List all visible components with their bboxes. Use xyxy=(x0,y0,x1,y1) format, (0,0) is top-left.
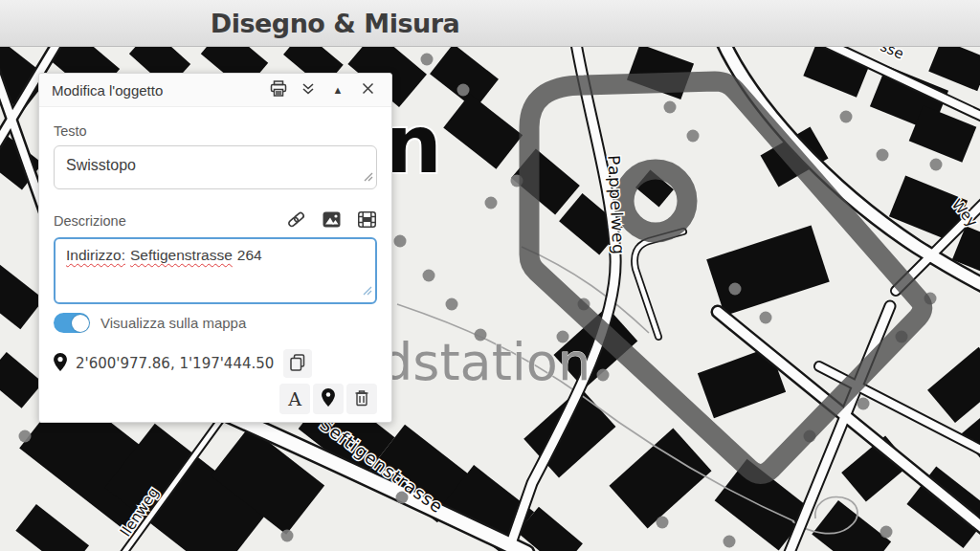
dialog-header: Modifica l'oggetto ▲ xyxy=(39,74,391,107)
delete-button[interactable] xyxy=(346,384,377,414)
insert-image-button[interactable] xyxy=(321,210,342,231)
text-format-icon: A xyxy=(288,390,301,408)
printer-icon xyxy=(270,80,287,99)
description-input[interactable]: Indirizzo:Seftigenstrasse264 xyxy=(54,237,377,304)
double-chevron-down-icon xyxy=(301,82,315,99)
description-field-label: Descrizione xyxy=(54,213,271,229)
text-input[interactable]: Swisstopo xyxy=(54,145,377,189)
copy-coordinates-button[interactable] xyxy=(283,349,312,378)
show-on-map-label: Visualizza sulla mappa xyxy=(100,315,246,331)
map-label-district-partial: n xyxy=(385,98,442,191)
collapse-button[interactable] xyxy=(297,78,320,101)
triangle-up-icon: ▲ xyxy=(333,84,344,96)
show-on-map-toggle[interactable] xyxy=(54,313,90,333)
text-style-button[interactable]: A xyxy=(279,384,310,414)
close-icon xyxy=(362,82,374,98)
insert-video-button[interactable] xyxy=(356,210,377,231)
marker-style-button[interactable] xyxy=(313,384,344,414)
marker-pin-icon xyxy=(322,388,335,409)
copy-icon xyxy=(290,354,305,374)
close-button[interactable] xyxy=(356,78,379,101)
top-bar: Disegno & Misura xyxy=(0,0,980,47)
description-input-value: Indirizzo:Seftigenstrasse264 xyxy=(66,247,365,264)
toggle-knob xyxy=(72,315,89,332)
map-label-station: dstation xyxy=(380,332,590,392)
link-icon xyxy=(286,209,306,232)
text-input-value: Swisstopo xyxy=(66,157,136,173)
expand-button[interactable]: ▲ xyxy=(326,78,349,101)
text-field-label: Testo xyxy=(54,123,377,139)
edit-object-dialog: Modifica l'oggetto ▲ xyxy=(38,73,392,423)
app-title: Disegno & Misura xyxy=(0,0,670,46)
print-button[interactable] xyxy=(267,78,290,101)
image-icon xyxy=(323,211,341,231)
resize-handle[interactable] xyxy=(364,168,373,186)
location-pin-icon xyxy=(54,353,67,375)
dialog-title: Modifica l'oggetto xyxy=(52,82,260,99)
trash-icon xyxy=(354,389,369,409)
video-icon xyxy=(358,211,376,231)
resize-handle[interactable] xyxy=(363,282,372,299)
insert-link-button[interactable] xyxy=(285,210,306,231)
coordinates-value: 2'600'977.86, 1'197'444.50 xyxy=(76,355,274,372)
